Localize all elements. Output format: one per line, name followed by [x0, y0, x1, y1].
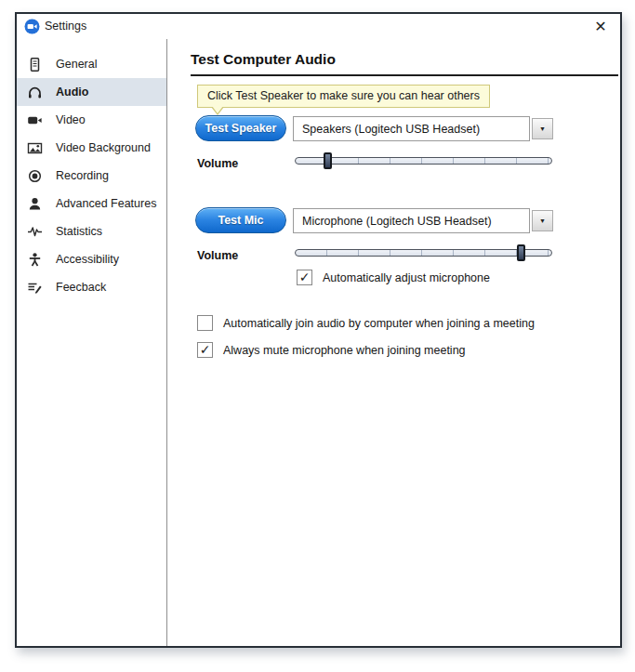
general-icon — [27, 57, 43, 72]
speaker-volume-slider[interactable] — [295, 152, 552, 169]
sidebar-item-label: Advanced Features — [56, 197, 156, 210]
close-icon[interactable]: ✕ — [590, 17, 611, 37]
statistics-icon — [27, 224, 43, 240]
audio-icon — [27, 85, 43, 100]
slider-track[interactable] — [295, 249, 552, 257]
page: Settings ✕ General — [0, 0, 635, 672]
sidebar-item-feedback[interactable]: Feecback — [17, 273, 166, 301]
checkbox-label: Automatically adjust microphone — [323, 271, 490, 284]
speaker-dropdown-arrow-icon[interactable]: ▼ — [532, 118, 553, 139]
mic-volume-label: Volume — [197, 249, 238, 262]
mic-dropdown-arrow-icon[interactable]: ▼ — [532, 210, 553, 231]
advanced-features-icon — [27, 196, 43, 212]
sidebar-item-audio[interactable]: Audio — [17, 78, 166, 106]
tooltip-tail — [211, 107, 224, 115]
mic-volume-slider[interactable] — [295, 244, 552, 261]
test-mic-button[interactable]: Test Mic — [195, 207, 286, 233]
sidebar-item-label: Audio — [56, 86, 88, 99]
slider-track[interactable] — [295, 157, 552, 165]
always-mute-mic-checkbox-row[interactable]: ✓ Always mute microphone when joining me… — [197, 342, 466, 358]
slider-thumb[interactable] — [517, 244, 525, 261]
sidebar-item-label: Accessibility — [56, 253, 119, 266]
test-speaker-button[interactable]: Test Speaker — [195, 115, 286, 141]
sidebar-item-accessibility[interactable]: Accessibility — [17, 245, 166, 273]
mic-device-select[interactable]: Microphone (Logitech USB Headset) — [293, 208, 530, 233]
auto-join-audio-checkbox-row[interactable]: Automatically join audio by computer whe… — [197, 315, 535, 331]
speaker-volume-label: Volume — [197, 157, 238, 170]
audio-settings-panel: Test Computer Audio Click Test Speaker t… — [168, 39, 620, 646]
sidebar-item-recording[interactable]: Recording — [17, 162, 166, 190]
checkbox-label: Always mute microphone when joining meet… — [223, 344, 466, 357]
recording-icon — [27, 168, 43, 184]
speaker-device-select[interactable]: Speakers (Logitech USB Headset) — [293, 116, 530, 141]
title-bar: Settings ✕ — [17, 14, 620, 39]
tooltip-text: Click Test Speaker to make sure you can … — [207, 89, 480, 102]
sidebar-item-label: Video — [56, 113, 86, 126]
auto-adjust-mic-checkbox-row[interactable]: ✓ Automatically adjust microphone — [297, 270, 490, 285]
sidebar-item-label: General — [56, 58, 97, 71]
sidebar-item-label: Feecback — [56, 281, 106, 294]
speaker-tooltip: Click Test Speaker to make sure you can … — [197, 85, 490, 108]
sidebar-item-general[interactable]: General — [17, 50, 166, 78]
sidebar: General Audio — [17, 39, 167, 646]
slider-thumb[interactable] — [324, 152, 332, 169]
zoom-logo-icon — [24, 19, 40, 34]
window-title: Settings — [45, 20, 86, 33]
video-icon — [27, 112, 43, 128]
feedback-icon — [27, 280, 43, 296]
checkbox-icon[interactable]: ✓ — [297, 270, 312, 285]
checkbox-icon[interactable] — [197, 315, 213, 331]
sidebar-item-video-background[interactable]: Video Background — [17, 134, 166, 162]
sidebar-item-advanced-features[interactable]: Advanced Features — [17, 190, 166, 217]
sidebar-item-statistics[interactable]: Statistics — [17, 217, 166, 245]
sidebar-item-label: Recording — [56, 169, 109, 182]
accessibility-icon — [27, 252, 43, 268]
video-background-icon — [27, 140, 43, 156]
checkbox-label: Automatically join audio by computer whe… — [223, 317, 535, 330]
checkbox-icon[interactable]: ✓ — [197, 342, 213, 358]
sidebar-item-label: Statistics — [56, 225, 102, 238]
page-title: Test Computer Audio — [191, 51, 336, 68]
sidebar-item-label: Video Background — [56, 141, 151, 154]
heading-divider — [191, 74, 618, 76]
sidebar-item-video[interactable]: Video — [17, 106, 166, 134]
settings-window: Settings ✕ General — [15, 12, 622, 648]
